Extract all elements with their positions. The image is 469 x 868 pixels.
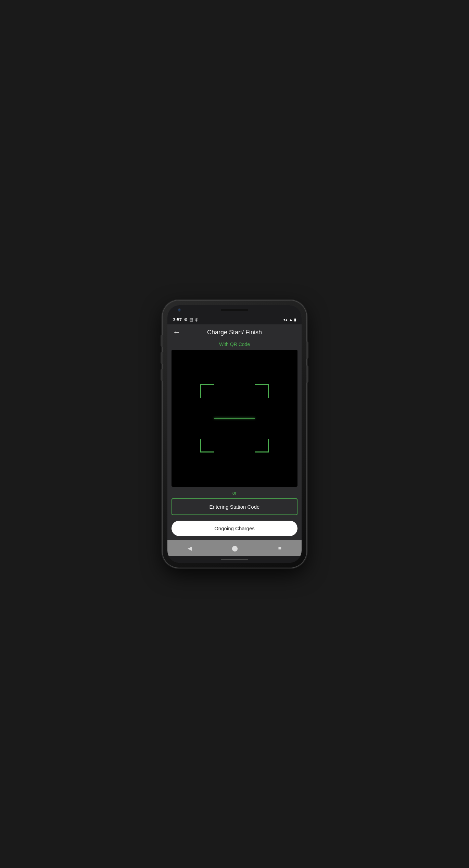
settings-icon: ⚙ (184, 317, 188, 322)
qr-viewfinder (200, 384, 269, 452)
battery-icon: ▮ (294, 318, 296, 322)
navigation-bar: ◀ ⬤ ■ (167, 540, 302, 556)
nfc-icon: ◎ (195, 317, 198, 322)
front-camera (178, 308, 181, 312)
wifi-icon: ▾▴ (283, 318, 288, 322)
corner-bottom-left (200, 439, 214, 452)
scan-line (214, 418, 255, 419)
or-divider: or (167, 487, 302, 498)
ongoing-charges-button[interactable]: Ongoing Charges (172, 521, 297, 536)
nav-recent-button[interactable]: ■ (271, 542, 289, 554)
storage-icon: ▤ (189, 317, 193, 322)
corner-bottom-right (255, 439, 269, 452)
page-title: Charge Start/ Finish (185, 329, 284, 336)
qr-scanner-area (172, 350, 297, 487)
qr-subtitle: With QR Code (167, 340, 302, 350)
signal-icon: ▲ (289, 318, 293, 322)
status-time: 3:57 (173, 317, 182, 322)
status-bar: 3:57 ⚙ ▤ ◎ ▾▴ ▲ ▮ (167, 315, 302, 324)
phone-bottom-bar (167, 556, 302, 563)
entering-station-code-button[interactable]: Entering Station Code (172, 498, 297, 515)
corner-top-left (200, 384, 214, 398)
nav-back-button[interactable]: ◀ (181, 542, 199, 554)
app-header: ← Charge Start/ Finish (167, 324, 302, 340)
phone-device: 3:57 ⚙ ▤ ◎ ▾▴ ▲ ▮ ← Charge Start/ Finish (163, 300, 306, 568)
corner-top-right (255, 384, 269, 398)
back-button[interactable]: ← (173, 328, 180, 336)
nav-home-button[interactable]: ⬤ (225, 542, 245, 554)
home-indicator (221, 559, 248, 560)
status-right-icons: ▾▴ ▲ ▮ (283, 318, 296, 322)
phone-top-bar (167, 305, 302, 315)
earpiece-speaker (221, 309, 248, 311)
app-content: ← Charge Start/ Finish With QR Code or E… (167, 324, 302, 540)
status-left-icons: ⚙ ▤ ◎ (184, 317, 198, 322)
phone-screen: 3:57 ⚙ ▤ ◎ ▾▴ ▲ ▮ ← Charge Start/ Finish (167, 305, 302, 563)
